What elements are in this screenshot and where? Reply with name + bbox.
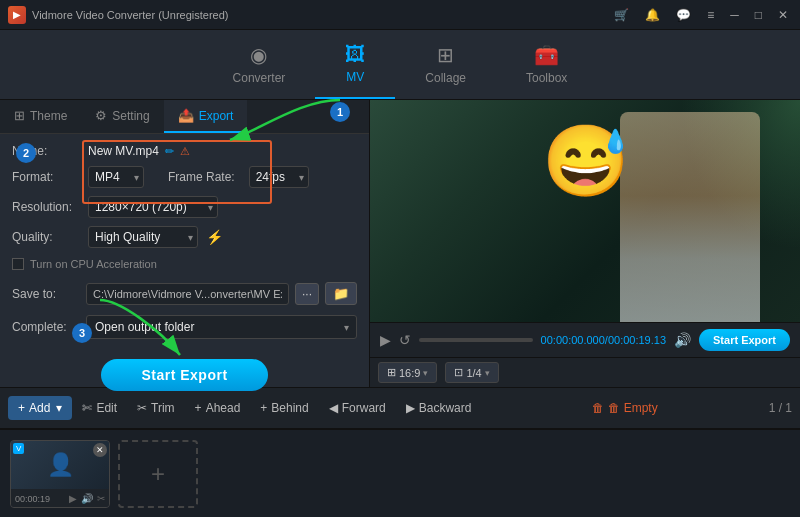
title-bar-right: 🛒 🔔 💬 ≡ ─ □ ✕ (610, 6, 792, 24)
save-folder-button[interactable]: 📁 (325, 282, 357, 305)
quality-row: Quality: High Quality Medium Quality Low… (12, 226, 357, 248)
empty-button[interactable]: 🗑 🗑 Empty (582, 396, 667, 420)
behind-icon: + (260, 401, 267, 415)
close-button[interactable]: ✕ (774, 6, 792, 24)
title-bar-left: ▶ Vidmore Video Converter (Unregistered) (8, 6, 228, 24)
scale-icon: ⊡ (454, 366, 463, 379)
trim-button[interactable]: ✂ Trim (127, 396, 185, 420)
nav-bar: ◉ Converter 🖼 MV ⊞ Collage 🧰 Toolbox (0, 30, 800, 100)
toolbox-label: Toolbox (526, 71, 567, 85)
forward-label: Forward (342, 401, 386, 415)
play-button[interactable]: ▶ (380, 332, 391, 348)
tab-setting[interactable]: ⚙ Setting (81, 100, 163, 133)
cpu-label: Turn on CPU Acceleration (30, 258, 157, 270)
progress-bar[interactable] (419, 338, 533, 342)
empty-label: 🗑 Empty (608, 401, 657, 415)
setting-tab-label: Setting (112, 109, 149, 123)
save-row: Save to: ··· 📁 (12, 282, 357, 305)
video-preview[interactable]: 😅 (370, 100, 800, 322)
cpu-checkbox[interactable] (12, 258, 24, 270)
complete-select[interactable]: Open output folder Do nothing (86, 315, 357, 339)
tab-theme[interactable]: ⊞ Theme (0, 100, 81, 133)
nav-item-converter[interactable]: ◉ Converter (203, 30, 316, 99)
timeline-add-button[interactable]: + (118, 440, 198, 508)
backward-button[interactable]: ▶ Backward (396, 396, 482, 420)
add-button[interactable]: + Add ▾ (8, 396, 72, 420)
collage-label: Collage (425, 71, 466, 85)
replay-button[interactable]: ↺ (399, 332, 411, 348)
timeline-duration: 00:00:19 (15, 494, 50, 504)
format-select[interactable]: MP4 MKV AVI MOV (88, 166, 144, 188)
export-tab-label: Export (199, 109, 234, 123)
ahead-button[interactable]: + Ahead (185, 396, 251, 420)
nav-item-toolbox[interactable]: 🧰 Toolbox (496, 30, 597, 99)
forward-icon: ◀ (329, 401, 338, 415)
timeline-footer: 00:00:19 ▶ 🔊 ✂ (11, 489, 109, 508)
complete-label: Complete: (12, 320, 80, 334)
frame-rate-select-wrapper: 24fps 30fps 60fps (249, 166, 309, 188)
ahead-label: Ahead (206, 401, 241, 415)
save-dots-button[interactable]: ··· (295, 283, 319, 305)
timeline-thumb: 👤 (47, 452, 74, 478)
frame-rate-select[interactable]: 24fps 30fps 60fps (249, 166, 309, 188)
add-label: Add (29, 401, 50, 415)
setting-tab-icon: ⚙ (95, 108, 107, 123)
annotation-circle-2: 2 (16, 143, 36, 163)
start-export-small-button[interactable]: Start Export (699, 329, 790, 351)
bell-icon[interactable]: 🔔 (641, 6, 664, 24)
menu-icon[interactable]: ≡ (703, 6, 718, 24)
main-container: ⊞ Theme ⚙ Setting 📤 Export Name: New MV.… (0, 100, 800, 387)
ahead-icon: + (195, 401, 202, 415)
save-path-input[interactable] (86, 283, 289, 305)
quality-select-wrapper: High Quality Medium Quality Low Quality (88, 226, 198, 248)
timeline-icons: ▶ 🔊 ✂ (69, 493, 105, 504)
person-silhouette (620, 112, 760, 322)
maximize-button[interactable]: □ (751, 6, 766, 24)
volume-icon[interactable]: 🔊 (674, 332, 691, 348)
start-export-main-button[interactable]: Start Export (101, 359, 267, 391)
left-panel: ⊞ Theme ⚙ Setting 📤 Export Name: New MV.… (0, 100, 370, 387)
forward-button[interactable]: ◀ Forward (319, 396, 396, 420)
quality-select[interactable]: High Quality Medium Quality Low Quality (88, 226, 198, 248)
tab-export[interactable]: 📤 Export (164, 100, 248, 133)
theme-tab-label: Theme (30, 109, 67, 123)
cart-icon[interactable]: 🛒 (610, 6, 633, 24)
app-icon: ▶ (8, 6, 26, 24)
backward-icon: ▶ (406, 401, 415, 415)
add-plus-icon: + (18, 401, 25, 415)
app-title: Vidmore Video Converter (Unregistered) (32, 9, 228, 21)
timeline-item[interactable]: V 👤 00:00:19 ▶ 🔊 ✂ ✕ (10, 440, 110, 508)
name-value-group: New MV.mp4 ✏ ⚠ (88, 144, 190, 158)
edit-button[interactable]: ✄ Edit (72, 396, 127, 420)
scale-button[interactable]: ⊡ 1/4 (445, 362, 498, 383)
export-panel: Name: New MV.mp4 ✏ ⚠ Format: MP4 MKV AVI… (0, 134, 369, 401)
trim-icon: ✂ (137, 401, 147, 415)
format-select-wrapper: MP4 MKV AVI MOV (88, 166, 144, 188)
timeline: V 👤 00:00:19 ▶ 🔊 ✂ ✕ + (0, 429, 800, 517)
scale-value: 1/4 (466, 367, 481, 379)
resolution-label: Resolution: (12, 200, 80, 214)
resolution-row: Resolution: 1280×720 (720p) 1920×1080 (1… (12, 196, 357, 218)
ratio-button[interactable]: ⊞ 16:9 (378, 362, 437, 383)
export-tab-icon: 📤 (178, 108, 194, 123)
name-edit-icon[interactable]: ✏ (165, 145, 174, 158)
resolution-select[interactable]: 1280×720 (720p) 1920×1080 (1080p) 640×48… (88, 196, 218, 218)
converter-label: Converter (233, 71, 286, 85)
trim-label: Trim (151, 401, 175, 415)
play-small-icon: ▶ (69, 493, 77, 504)
format-label: Format: (12, 170, 80, 184)
export-btn-area: Start Export (12, 359, 357, 391)
add-dropdown-icon[interactable]: ▾ (56, 401, 62, 415)
behind-button[interactable]: + Behind (250, 396, 318, 420)
minimize-button[interactable]: ─ (726, 6, 743, 24)
timeline-close-button[interactable]: ✕ (93, 443, 107, 457)
frame-rate-label: Frame Rate: (168, 170, 235, 184)
backward-label: Backward (419, 401, 472, 415)
mv-icon: 🖼 (345, 43, 365, 66)
nav-item-mv[interactable]: 🖼 MV (315, 30, 395, 99)
nav-item-collage[interactable]: ⊞ Collage (395, 30, 496, 99)
edit-label: Edit (96, 401, 117, 415)
toolbox-icon: 🧰 (534, 43, 559, 67)
panel-tabs: ⊞ Theme ⚙ Setting 📤 Export (0, 100, 369, 134)
chat-icon[interactable]: 💬 (672, 6, 695, 24)
